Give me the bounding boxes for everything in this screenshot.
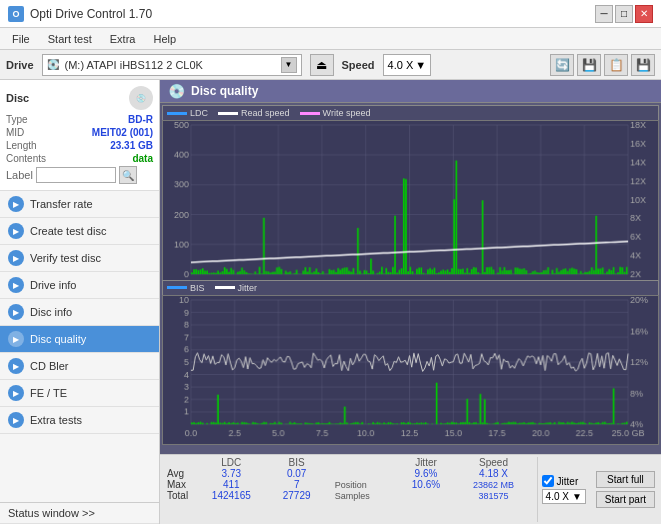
sidebar: Disc 💿 Type BD-R MID MEIT02 (001) Length… [0, 80, 160, 524]
sidebar-item-disc-info[interactable]: ▶ Disc info [0, 299, 159, 326]
stats-table: LDC BIS Jitter Speed Avg 3.73 0.07 9.6% [164, 457, 533, 522]
total-samples: 381575 [455, 490, 533, 501]
menu-extra[interactable]: Extra [102, 31, 144, 47]
sidebar-label-verify: Verify test disc [30, 252, 101, 264]
avg-jitter: 9.6% [397, 468, 454, 479]
sidebar-item-create-test[interactable]: ▶ Create test disc [0, 218, 159, 245]
content-area: 💿 Disc quality LDC Read speed [160, 80, 661, 524]
sidebar-icon-disc-quality: ▶ [8, 331, 24, 347]
col-bis: BIS [269, 457, 325, 468]
toolbar-btn-3[interactable]: 📋 [604, 54, 628, 76]
eject-button[interactable]: ⏏ [310, 54, 334, 76]
status-window-label: Status window >> [8, 507, 95, 519]
main-layout: Disc 💿 Type BD-R MID MEIT02 (001) Length… [0, 80, 661, 524]
sidebar-item-disc-quality[interactable]: ▶ Disc quality [0, 326, 159, 353]
speed-dropdown-value: 4.0 X [546, 491, 569, 502]
sidebar-icon-verify: ▶ [8, 250, 24, 266]
sidebar-icon-transfer: ▶ [8, 196, 24, 212]
disc-label-input[interactable] [36, 167, 116, 183]
toolbar-btn-1[interactable]: 🔄 [550, 54, 574, 76]
speed-dropdown-arrow: ▼ [572, 491, 582, 502]
sidebar-item-transfer-rate[interactable]: ▶ Transfer rate [0, 191, 159, 218]
sidebar-label-fe-te: FE / TE [30, 387, 67, 399]
disc-label-row: Label 🔍 [6, 166, 153, 184]
close-button[interactable]: ✕ [635, 5, 653, 23]
sidebar-label-create: Create test disc [30, 225, 106, 237]
position-label: Position [333, 479, 398, 490]
jitter-checkbox[interactable] [542, 475, 554, 487]
sidebar-label-extra: Extra tests [30, 414, 82, 426]
max-position: 23862 MB [455, 479, 533, 490]
drive-select-text: (M:) ATAPI iHBS112 2 CL0K [65, 59, 277, 71]
toolbar-buttons: 🔄 💾 📋 💾 [550, 54, 655, 76]
disc-header: Disc 💿 [6, 86, 153, 110]
disc-label-btn[interactable]: 🔍 [119, 166, 137, 184]
sidebar-icon-drive: ▶ [8, 277, 24, 293]
sidebar-item-drive-info[interactable]: ▶ Drive info [0, 272, 159, 299]
disc-panel: Disc 💿 Type BD-R MID MEIT02 (001) Length… [0, 80, 159, 191]
jitter-checkbox-row[interactable]: Jitter [542, 475, 586, 487]
disc-mid-value: MEIT02 (001) [92, 127, 153, 138]
disc-icon: 💿 [129, 86, 153, 110]
sidebar-item-fe-te[interactable]: ▶ FE / TE [0, 380, 159, 407]
sidebar-item-extra-tests[interactable]: ▶ Extra tests [0, 407, 159, 434]
titlebar-left: O Opti Drive Control 1.70 [8, 6, 152, 22]
disc-mid-row: MID MEIT02 (001) [6, 127, 153, 138]
speed-dropdown-select[interactable]: 4.0 X ▼ [542, 489, 586, 504]
disc-length-row: Length 23.31 GB [6, 140, 153, 151]
sidebar-label-disc-info: Disc info [30, 306, 72, 318]
disc-label-label: Label [6, 169, 33, 181]
total-label: Total [164, 490, 194, 501]
legend-read-speed: Read speed [218, 108, 290, 118]
total-bis: 27729 [269, 490, 325, 501]
max-label: Max [164, 479, 194, 490]
avg-label: Avg [164, 468, 194, 479]
sidebar-icon-fe-te: ▶ [8, 385, 24, 401]
legend-bis: BIS [167, 283, 205, 293]
speed-select[interactable]: 4.0 X ▼ [383, 54, 432, 76]
menu-file[interactable]: File [4, 31, 38, 47]
legend-ldc: LDC [167, 108, 208, 118]
start-part-button[interactable]: Start part [596, 491, 655, 508]
status-window-link[interactable]: Status window >> [0, 503, 159, 524]
sidebar-item-cd-bler[interactable]: ▶ CD Bler [0, 353, 159, 380]
col-ldc: LDC [194, 457, 269, 468]
maximize-button[interactable]: □ [615, 5, 633, 23]
jitter-speed-section: Jitter 4.0 X ▼ [537, 457, 590, 522]
col-speed-header: Speed [455, 457, 533, 468]
legend-read-label: Read speed [241, 108, 290, 118]
sidebar-icon-cd-bler: ▶ [8, 358, 24, 374]
drive-dropdown-btn[interactable]: ▼ [281, 57, 297, 73]
avg-ldc: 3.73 [194, 468, 269, 479]
start-full-button[interactable]: Start full [596, 471, 655, 488]
disc-contents-label: Contents [6, 153, 46, 164]
legend-ldc-label: LDC [190, 108, 208, 118]
chart-bottom [162, 295, 659, 445]
max-bis: 7 [269, 479, 325, 490]
sidebar-menu: ▶ Transfer rate ▶ Create test disc ▶ Ver… [0, 191, 159, 502]
stats-bar: LDC BIS Jitter Speed Avg 3.73 0.07 9.6% [160, 454, 661, 524]
sidebar-item-verify-test[interactable]: ▶ Verify test disc [0, 245, 159, 272]
titlebar: O Opti Drive Control 1.70 ─ □ ✕ [0, 0, 661, 28]
disc-length-label: Length [6, 140, 37, 151]
menu-start-test[interactable]: Start test [40, 31, 100, 47]
chart-top [162, 120, 659, 295]
speed-value: 4.0 X [388, 59, 414, 71]
disc-type-label: Type [6, 114, 28, 125]
max-jitter: 10.6% [397, 479, 454, 490]
avg-speed: 4.18 X [455, 468, 533, 479]
legend-write-label: Write speed [323, 108, 371, 118]
legend-bis-label: BIS [190, 283, 205, 293]
content-header: 💿 Disc quality [160, 80, 661, 103]
sidebar-icon-create: ▶ [8, 223, 24, 239]
app-title: Opti Drive Control 1.70 [30, 7, 152, 21]
toolbar-btn-2[interactable]: 💾 [577, 54, 601, 76]
menu-help[interactable]: Help [145, 31, 184, 47]
test-buttons: Start full Start part [594, 457, 657, 522]
minimize-button[interactable]: ─ [595, 5, 613, 23]
disc-mid-label: MID [6, 127, 24, 138]
sidebar-label-transfer: Transfer rate [30, 198, 93, 210]
drive-select[interactable]: 💽 (M:) ATAPI iHBS112 2 CL0K ▼ [42, 54, 302, 76]
toolbar-btn-4[interactable]: 💾 [631, 54, 655, 76]
drivebar: Drive 💽 (M:) ATAPI iHBS112 2 CL0K ▼ ⏏ Sp… [0, 50, 661, 80]
